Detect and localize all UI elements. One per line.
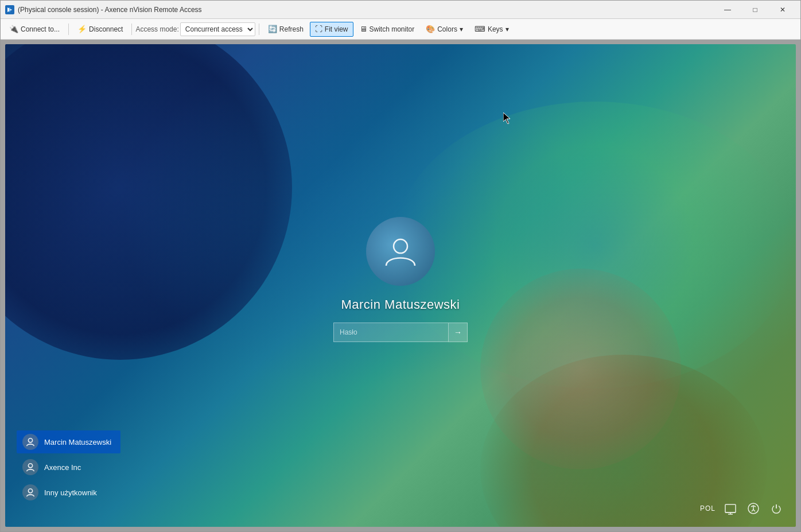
app-window: (Physical console session) - Axence nVis… bbox=[0, 0, 801, 532]
access-mode-select[interactable]: Concurrent access Exclusive access View … bbox=[180, 22, 255, 36]
remote-screen[interactable]: Marcin Matuszewski → Marcin Matuszewski bbox=[5, 44, 796, 527]
svg-point-1 bbox=[394, 239, 407, 253]
svg-point-3 bbox=[28, 464, 32, 468]
refresh-icon: 🔄 bbox=[268, 25, 277, 33]
window-controls: — □ ✕ bbox=[714, 1, 796, 19]
colors-icon: 🎨 bbox=[426, 25, 435, 33]
fit-view-button[interactable]: ⛶ Fit view bbox=[310, 22, 353, 37]
switch-monitor-button[interactable]: 🖥 Switch monitor bbox=[355, 22, 420, 37]
keys-icon: ⌨ bbox=[475, 25, 485, 33]
disconnect-icon: ⚡ bbox=[77, 25, 87, 33]
login-background: Marcin Matuszewski → Marcin Matuszewski bbox=[5, 44, 796, 527]
user-list: Marcin Matuszewski Axence Inc Inny użytk… bbox=[17, 430, 120, 504]
monitor-icon: 🖥 bbox=[360, 25, 367, 33]
title-bar: (Physical console session) - Axence nVis… bbox=[1, 1, 800, 19]
toolbar: 🔌 Connect to... ⚡ Disconnect Access mode… bbox=[1, 19, 800, 40]
minimize-button[interactable]: — bbox=[714, 1, 741, 19]
user-icon-3 bbox=[22, 484, 38, 500]
bottom-right-controls: POL bbox=[700, 500, 784, 517]
maximize-button[interactable]: □ bbox=[742, 1, 768, 19]
user-list-item[interactable]: Axence Inc bbox=[17, 456, 120, 479]
disconnect-button[interactable]: ⚡ Disconnect bbox=[72, 22, 128, 37]
user-list-item[interactable]: Marcin Matuszewski bbox=[17, 430, 120, 453]
svg-rect-5 bbox=[725, 504, 736, 512]
network-button[interactable] bbox=[722, 500, 738, 517]
remote-area: Marcin Matuszewski → Marcin Matuszewski bbox=[1, 40, 800, 531]
user-icon-2 bbox=[22, 459, 38, 475]
language-label: POL bbox=[700, 504, 716, 512]
app-icon bbox=[5, 5, 14, 14]
login-content: Marcin Matuszewski → bbox=[333, 217, 468, 342]
user-name-3: Inny użytkownik bbox=[44, 488, 97, 497]
window-title: (Physical console session) - Axence nVis… bbox=[18, 6, 714, 14]
connect-button[interactable]: 🔌 Connect to... bbox=[4, 22, 65, 37]
user-avatar bbox=[366, 217, 435, 286]
power-button[interactable] bbox=[768, 500, 784, 517]
connect-icon: 🔌 bbox=[9, 25, 18, 33]
login-username: Marcin Matuszewski bbox=[341, 297, 460, 312]
accessibility-button[interactable] bbox=[745, 500, 761, 517]
keys-button[interactable]: ⌨ Keys ▾ bbox=[469, 22, 514, 37]
separator-3 bbox=[259, 24, 259, 35]
separator-1 bbox=[68, 24, 69, 35]
svg-point-4 bbox=[28, 489, 32, 493]
avatar-icon bbox=[380, 231, 421, 271]
colors-button[interactable]: 🎨 Colors ▾ bbox=[421, 22, 468, 37]
user-icon-1 bbox=[22, 434, 38, 450]
password-row: → bbox=[333, 323, 468, 342]
password-submit-button[interactable]: → bbox=[448, 323, 468, 342]
refresh-button[interactable]: 🔄 Refresh bbox=[263, 22, 309, 37]
user-name-1: Marcin Matuszewski bbox=[44, 438, 111, 446]
fit-view-icon: ⛶ bbox=[315, 25, 322, 33]
close-button[interactable]: ✕ bbox=[769, 1, 796, 19]
password-input[interactable] bbox=[333, 323, 448, 342]
svg-point-2 bbox=[28, 438, 32, 442]
separator-2 bbox=[131, 24, 132, 35]
user-list-item[interactable]: Inny użytkownik bbox=[17, 481, 120, 504]
access-mode-label: Access mode: bbox=[135, 25, 178, 33]
user-name-2: Axence Inc bbox=[44, 463, 81, 472]
